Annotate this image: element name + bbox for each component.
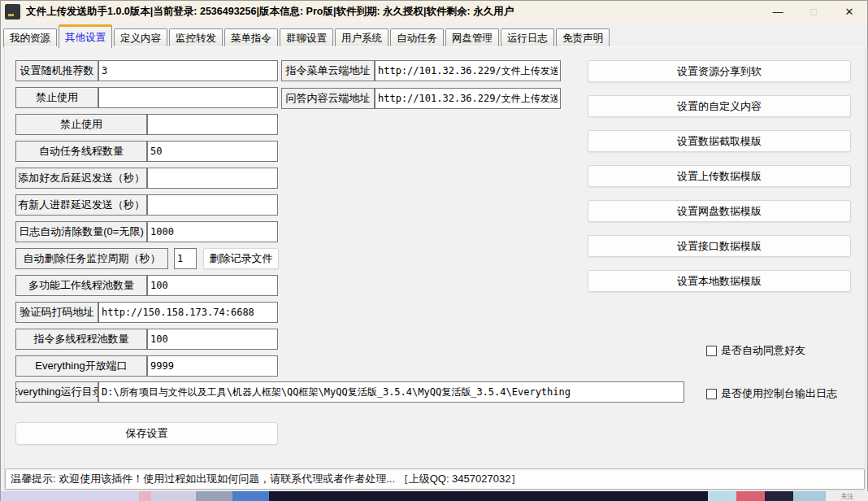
background-strip-segment [151,491,196,501]
field-input[interactable] [147,194,278,216]
status-bar: 温馨提示: 欢迎使用该插件！使用过程如出现如何问题，请联系代理或者作者处理...… [5,468,865,490]
background-strip-segment [708,491,736,501]
titlebar: 文件上传发送助手1.0.0版本|当前登录: 2536493256|版本信息: P… [1,1,867,22]
field-input[interactable] [375,60,561,81]
tab-label: 定义内容 [120,32,161,46]
form-row: 添加好友后延迟发送（秒） [15,168,292,189]
tab-其他设置[interactable]: 其他设置 [59,24,112,48]
app-window: 文件上传发送助手1.0.0版本|当前登录: 2536493256|版本信息: P… [0,0,868,501]
tab-label: 群聊设置 [286,32,327,46]
app-icon [5,4,20,20]
minimize-button[interactable]: — [760,1,796,22]
field-label: 添加好友后延迟发送（秒） [15,168,147,189]
tab-label: 我的资源 [10,32,50,46]
field-label: 有新人进群延迟发送（秒） [15,194,147,216]
background-strip-segment: 关注 [826,491,868,501]
checkbox-icon[interactable] [706,346,717,356]
delete-record-file-button[interactable]: 删除记录文件 [203,248,279,269]
maximize-button[interactable]: □ [796,1,831,22]
form-row: 指令多线程程池数量 [15,329,292,350]
tab-label: 用户系统 [341,32,382,46]
field-input[interactable] [147,329,278,350]
tab-免责声明[interactable]: 免责声明 [556,28,610,47]
form-row: 验证码打码地址 [15,302,292,323]
background-strip-segment [1,491,139,501]
field-input[interactable] [98,87,278,108]
field-input[interactable] [147,275,278,296]
window-controls: — □ ✕ [760,1,867,22]
settings-template-button[interactable]: 设置资源分享到软 [588,60,851,82]
tab-label: 菜单指令 [231,32,271,46]
background-strip-segment [793,491,826,501]
background-strip-segment [765,491,793,501]
tab-群聊设置[interactable]: 群聊设置 [280,28,333,47]
field-input[interactable] [98,302,278,323]
form-row: 设置随机推荐数 [15,60,292,81]
form-row: 指令菜单云端地址 [281,60,566,81]
tab-网盘管理[interactable]: 网盘管理 [445,28,499,47]
field-input[interactable] [98,60,278,81]
settings-template-button[interactable]: 设置本地数据模版 [588,270,851,292]
background-strip-segment [269,491,708,501]
tab-用户系统[interactable]: 用户系统 [335,28,388,47]
settings-template-button[interactable]: 设置网盘数据模版 [588,200,851,222]
form-row: Everything运行目录 [15,381,684,403]
tab-label: 运行日志 [507,32,548,46]
tab-监控转发[interactable]: 监控转发 [169,28,223,47]
form-row: 禁止使用 [15,87,292,108]
form-row: 多功能工作线程池数量 [15,275,292,296]
field-label: 禁止使用 [15,114,147,135]
field-label: 设置随机推荐数 [15,60,98,81]
field-label: 自动任务线程数量 [15,141,147,162]
everything-directory-row: Everything运行目录 [15,381,684,408]
window-title: 文件上传发送助手1.0.0版本|当前登录: 2536493256|版本信息: P… [26,5,514,19]
field-label: 禁止使用 [15,87,98,108]
tab-label: 自动任务 [397,32,437,46]
field-input[interactable] [147,221,278,242]
template-buttons-panel: 设置资源分享到软设置的自定义内容设置数据截取模版设置上传数据模版设置网盘数据模版… [588,60,851,305]
field-input[interactable] [147,114,278,135]
tab-运行日志[interactable]: 运行日志 [501,28,554,47]
field-input[interactable] [147,141,278,162]
checkbox[interactable]: 是否自动同意好友 [706,343,805,358]
checkbox-icon[interactable] [706,389,717,399]
field-label: 多功能工作线程池数量 [15,275,147,296]
form-row: 自动任务线程数量 [15,141,292,162]
field-input[interactable] [147,355,278,377]
background-strip-segment [139,491,151,501]
tab-定义内容[interactable]: 定义内容 [114,28,167,47]
checkbox[interactable]: 是否使用控制台输出日志 [706,386,837,401]
background-strip-segment [736,491,765,501]
tab-我的资源[interactable]: 我的资源 [3,28,57,47]
maximize-icon: □ [810,6,817,18]
tab-label: 监控转发 [176,32,216,46]
left-settings-form: 设置随机推荐数 禁止使用 禁止使用 自动任务线程数量 添加好友后延迟发送（秒） … [15,60,292,382]
tab-自动任务[interactable]: 自动任务 [390,28,444,47]
save-settings-button[interactable]: 保存设置 [15,422,278,445]
minimize-icon: — [773,6,783,18]
background-strip-segment [196,491,232,501]
background-strip-segment [232,491,269,501]
form-row: 自动删除任务监控周期（秒） 删除记录文件 [15,248,292,269]
field-input[interactable] [174,248,197,269]
checkbox-label: 是否自动同意好友 [721,343,805,358]
field-input[interactable] [98,381,684,403]
field-input[interactable] [147,168,278,189]
field-label: 问答内容云端地址 [281,88,375,109]
settings-template-button[interactable]: 设置数据截取模版 [588,130,851,152]
close-button[interactable]: ✕ [831,1,867,22]
tab-label: 免责声明 [562,32,603,46]
field-input[interactable] [375,88,561,109]
field-label: 自动删除任务监控周期（秒） [15,248,168,269]
settings-template-button[interactable]: 设置的自定义内容 [588,95,851,117]
settings-template-button[interactable]: 设置接口数据模版 [588,235,851,257]
field-label: 日志自动清除数量(0=无限) [15,221,147,242]
settings-template-button[interactable]: 设置上传数据模版 [588,165,851,187]
form-row: 日志自动清除数量(0=无限) [15,221,292,242]
field-label: Everything运行目录 [15,381,98,403]
close-icon: ✕ [845,6,854,18]
tab-label: 网盘管理 [452,32,493,46]
field-label: 指令多线程程池数量 [15,329,147,350]
tab-菜单指令[interactable]: 菜单指令 [224,28,278,47]
status-text: 温馨提示: 欢迎使用该插件！使用过程如出现如何问题，请联系代理或者作者处理...… [11,472,521,486]
